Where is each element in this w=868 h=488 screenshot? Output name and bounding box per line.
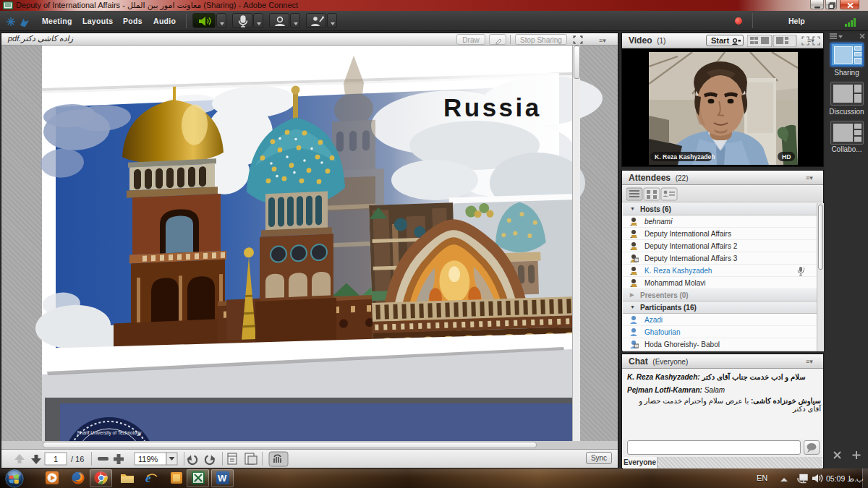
svg-text:Russia: Russia: [443, 93, 542, 121]
svg-text:W: W: [218, 473, 227, 484]
svg-text:e: e: [145, 471, 151, 485]
svg-text:119%: 119%: [138, 455, 158, 463]
svg-text:Sharif University of Technolog: Sharif University of Technology: [77, 430, 142, 436]
svg-text:1: 1: [54, 455, 58, 463]
svg-text:/ 16: / 16: [71, 455, 84, 463]
